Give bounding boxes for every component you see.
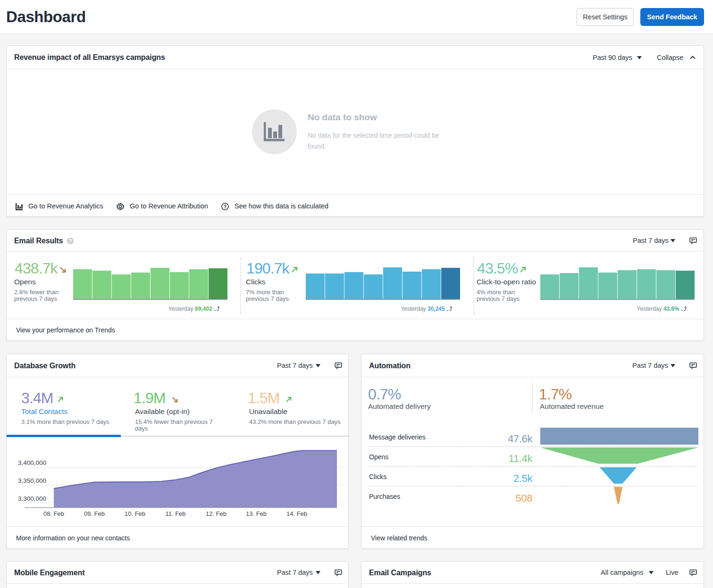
svg-text:?: ? [224,204,226,209]
